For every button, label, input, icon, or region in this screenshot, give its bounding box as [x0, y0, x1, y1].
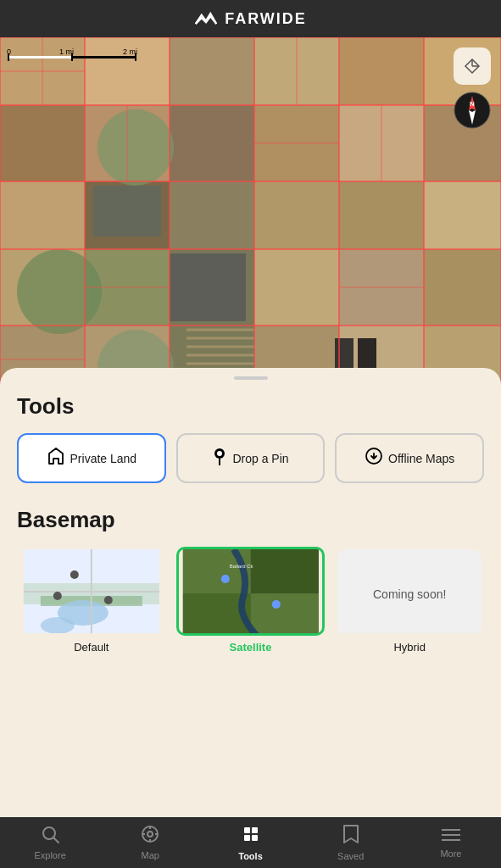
svg-point-100	[104, 596, 113, 604]
svg-rect-43	[170, 253, 246, 321]
location-button[interactable]	[454, 47, 491, 85]
nav-more[interactable]: More	[401, 817, 501, 868]
basemap-default-thumb	[17, 547, 166, 636]
bottom-panel: Tools Private Land	[0, 368, 501, 817]
basemap-title: Basemap	[17, 507, 484, 533]
svg-rect-121	[252, 835, 258, 841]
basemap-section: Basemap	[17, 507, 484, 654]
drag-handle	[234, 376, 268, 380]
offline-maps-inner: Offline Maps	[365, 447, 454, 470]
basemap-satellite-thumb: Ballard Ck	[176, 547, 326, 636]
svg-rect-19	[424, 181, 501, 249]
farwide-logo-icon	[194, 10, 218, 27]
svg-rect-23	[254, 249, 339, 326]
scale-bar: 0 1 mi 2 mi	[7, 47, 142, 71]
app-title: FARWIDE	[194, 10, 307, 28]
svg-rect-4	[170, 37, 254, 105]
nav-saved-label: Saved	[337, 851, 364, 861]
svg-text:0: 0	[7, 47, 11, 56]
nav-tools[interactable]: Tools	[200, 817, 300, 868]
svg-rect-104	[251, 549, 319, 593]
svg-point-91	[217, 451, 222, 456]
header-title: FARWIDE	[225, 10, 307, 28]
svg-point-108	[272, 600, 281, 609]
svg-text:1 mi: 1 mi	[59, 47, 74, 56]
nav-tools-label: Tools	[238, 851, 263, 861]
app-header: FARWIDE	[0, 0, 501, 37]
basemap-hybrid-thumb: Coming soon!	[335, 547, 484, 636]
basemap-grid: Default	[17, 547, 484, 654]
basemap-default[interactable]: Default	[17, 547, 166, 654]
nav-map-label: Map	[142, 850, 159, 860]
svg-rect-106	[251, 593, 319, 636]
svg-text:N: N	[470, 100, 475, 108]
svg-rect-118	[244, 827, 250, 833]
offline-maps-icon	[365, 447, 383, 470]
svg-line-111	[54, 838, 59, 843]
svg-rect-18	[339, 181, 424, 249]
drop-pin-button[interactable]: Drop a Pin	[176, 433, 326, 483]
nav-explore[interactable]: Explore	[0, 817, 100, 868]
basemap-satellite-label: Satellite	[230, 641, 272, 654]
svg-rect-8	[0, 105, 85, 181]
coming-soon-box: Coming soon!	[337, 549, 482, 636]
private-land-button[interactable]: Private Land	[17, 433, 166, 483]
compass: N	[454, 92, 491, 129]
basemap-default-label: Default	[74, 641, 109, 654]
svg-rect-42	[93, 186, 161, 236]
svg-point-107	[221, 575, 230, 583]
offline-maps-button[interactable]: Offline Maps	[335, 433, 484, 483]
private-land-icon	[47, 447, 65, 470]
svg-point-39	[17, 249, 102, 334]
tools-icon	[241, 824, 261, 849]
drop-pin-inner: Drop a Pin	[212, 447, 288, 470]
private-land-inner: Private Land	[47, 447, 137, 470]
svg-text:2 mi: 2 mi	[123, 47, 137, 56]
svg-rect-16	[170, 181, 254, 249]
tools-section: Tools Private Land	[17, 393, 484, 483]
svg-rect-17	[254, 181, 339, 249]
svg-rect-14	[0, 181, 85, 249]
private-land-label: Private Land	[70, 452, 137, 465]
saved-icon	[342, 824, 359, 849]
svg-rect-25	[424, 249, 501, 326]
tools-row: Private Land Drop a Pin	[17, 433, 484, 483]
nav-more-label: More	[440, 849, 461, 859]
coming-soon-label: Coming soon!	[373, 587, 446, 601]
svg-rect-119	[252, 827, 258, 833]
svg-rect-10	[170, 105, 254, 181]
svg-point-101	[53, 592, 62, 600]
nav-map[interactable]: Map	[100, 817, 200, 868]
basemap-hybrid[interactable]: Coming soon! Hybrid	[335, 547, 484, 654]
map-icon	[141, 825, 159, 848]
svg-point-96	[41, 617, 75, 634]
bottom-nav: Explore Map Tools	[0, 817, 501, 868]
offline-maps-label: Offline Maps	[388, 452, 454, 465]
tools-title: Tools	[17, 393, 484, 420]
nav-explore-label: Explore	[34, 850, 65, 860]
svg-rect-120	[244, 835, 250, 841]
svg-point-113	[148, 832, 153, 837]
svg-text:Ballard Ck: Ballard Ck	[230, 564, 254, 569]
nav-saved[interactable]: Saved	[301, 817, 401, 868]
svg-rect-79	[8, 56, 72, 58]
basemap-hybrid-label: Hybrid	[393, 641, 426, 654]
drop-pin-label: Drop a Pin	[232, 452, 288, 465]
explore-icon	[41, 825, 59, 848]
svg-point-99	[70, 570, 79, 579]
basemap-satellite[interactable]: Ballard Ck Satellite	[176, 547, 326, 654]
more-icon	[442, 826, 460, 846]
svg-point-38	[97, 109, 174, 186]
drop-pin-icon	[212, 447, 227, 470]
svg-rect-6	[339, 37, 424, 105]
